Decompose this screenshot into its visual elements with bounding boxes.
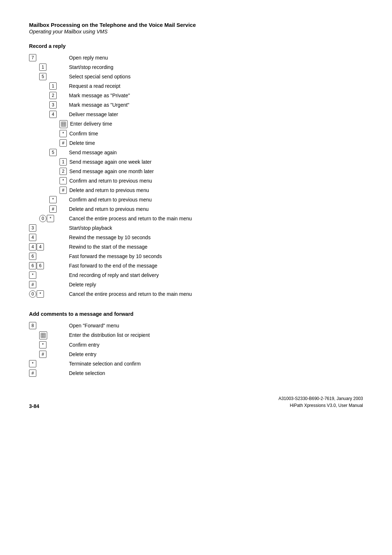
list-item: 6Fast forward the message by 10 seconds bbox=[29, 253, 363, 260]
key-square: 6 bbox=[29, 253, 36, 260]
entry-keys: 6 bbox=[29, 253, 69, 260]
list-item: 4Rewind the message by 10 seconds bbox=[29, 234, 363, 241]
entry-keys: 1 bbox=[29, 82, 69, 90]
entry-text: Request a read receipt bbox=[69, 82, 363, 90]
key-circle: 0 bbox=[29, 290, 36, 298]
svg-rect-4 bbox=[61, 122, 66, 126]
list-item: *End recording of reply and start delive… bbox=[29, 272, 363, 279]
list-item: 3Start/stop playback bbox=[29, 224, 363, 232]
entry-text: Rewind to the start of the message bbox=[69, 243, 363, 251]
key-square: * bbox=[60, 130, 67, 137]
entry-keys: # bbox=[29, 370, 69, 377]
entry-keys: * bbox=[29, 196, 69, 203]
key-square: 4 bbox=[49, 111, 57, 118]
entry-keys: 2 bbox=[29, 92, 69, 99]
entry-text: Confirm entry bbox=[69, 341, 363, 349]
entry-keys: * bbox=[29, 360, 69, 367]
key-square: 4 bbox=[37, 243, 44, 250]
entry-text: Deliver message later bbox=[69, 111, 363, 118]
key-square: 6 bbox=[29, 262, 36, 269]
entry-text: Start/stop playback bbox=[69, 224, 363, 232]
entry-text: Fast forward to the end of the message bbox=[69, 262, 363, 270]
entry-text: Cancel the entire process and return to … bbox=[69, 290, 363, 298]
entry-keys: 44 bbox=[29, 243, 69, 250]
key-square: * bbox=[29, 360, 36, 367]
key-square: # bbox=[60, 139, 67, 147]
entry-text: Terminate selection and confirm bbox=[69, 360, 363, 368]
list-item: #Delete reply bbox=[29, 281, 363, 289]
key-square: * bbox=[29, 272, 36, 279]
key-square: 2 bbox=[49, 92, 57, 99]
key-square: 1 bbox=[39, 64, 46, 71]
entry-keys: 4 bbox=[29, 111, 69, 118]
entry-text: Send message again one month later bbox=[69, 168, 363, 175]
list-item: 1Send message again one week later bbox=[29, 158, 363, 166]
entry-text: Select special send options bbox=[69, 73, 363, 81]
list-item: *Confirm and return to previous menu bbox=[29, 196, 363, 204]
key-square: 6 bbox=[37, 262, 44, 269]
list-item: #Delete entry bbox=[29, 351, 363, 358]
list-item: *Confirm entry bbox=[29, 341, 363, 349]
key-square: 2 bbox=[60, 168, 67, 175]
key-square: # bbox=[29, 370, 36, 377]
entry-text: Cancel the entire process and return to … bbox=[69, 215, 363, 223]
key-square: * bbox=[47, 215, 54, 222]
entry-text: Rewind the message by 10 seconds bbox=[69, 234, 363, 241]
sub-title: Operating your Mailbox using VMS bbox=[29, 29, 363, 34]
entry-keys: 5 bbox=[29, 73, 69, 80]
section2-entries: 8Open "Forward" menu Enter the distribut… bbox=[29, 322, 363, 377]
key-square: 8 bbox=[29, 322, 36, 329]
key-square: 5 bbox=[39, 73, 46, 80]
list-item: Enter delivery time bbox=[29, 120, 363, 128]
section-record-reply: Record a reply 7Open reply menu1Start/st… bbox=[29, 43, 363, 298]
key-grid bbox=[60, 120, 68, 128]
entry-text: Send message again bbox=[69, 149, 363, 156]
entry-text: Mark message as "Private" bbox=[69, 92, 363, 99]
key-square: # bbox=[49, 205, 57, 213]
key-square: 1 bbox=[60, 158, 67, 166]
footer-line1: A31003-S2330-B690-2-7619, January 2003 bbox=[278, 395, 363, 402]
list-item: 5Send message again bbox=[29, 149, 363, 156]
entry-keys: # bbox=[29, 351, 69, 358]
entry-keys: 1 bbox=[29, 64, 69, 71]
list-item: 0*Cancel the entire process and return t… bbox=[29, 215, 363, 223]
key-square: 3 bbox=[49, 101, 57, 109]
entry-text: Send message again one week later bbox=[69, 158, 363, 166]
entry-keys: 3 bbox=[29, 224, 69, 232]
key-square: * bbox=[60, 177, 67, 184]
entry-keys: 8 bbox=[29, 322, 69, 329]
svg-rect-9 bbox=[41, 333, 45, 338]
entry-text: Delete and return to previous menu bbox=[69, 187, 363, 194]
list-item: 8Open "Forward" menu bbox=[29, 322, 363, 330]
footer-right: A31003-S2330-B690-2-7619, January 2003 H… bbox=[278, 395, 363, 409]
key-square: # bbox=[39, 351, 46, 358]
list-item: *Confirm and return to previous menu bbox=[29, 177, 363, 185]
key-square: 5 bbox=[49, 149, 57, 156]
entry-keys: 5 bbox=[29, 149, 69, 156]
entry-text: Confirm time bbox=[69, 130, 363, 138]
entry-text: Open "Forward" menu bbox=[69, 322, 363, 330]
list-item: #Delete and return to previous menu bbox=[29, 187, 363, 194]
key-square: 1 bbox=[49, 82, 57, 90]
entry-text: End recording of reply and start deliver… bbox=[69, 272, 363, 279]
list-item: 1Request a read receipt bbox=[29, 82, 363, 90]
list-item: 5Select special send options bbox=[29, 73, 363, 81]
entry-text: Delete entry bbox=[69, 351, 363, 358]
key-grid bbox=[39, 331, 47, 339]
section-add-comments: Add comments to a message and forward 8O… bbox=[29, 311, 363, 377]
page-footer: 3-84 A31003-S2330-B690-2-7619, January 2… bbox=[29, 392, 363, 409]
entry-keys: * bbox=[29, 272, 69, 279]
section1-entries: 7Open reply menu1Start/stop recording5Se… bbox=[29, 54, 363, 298]
list-item: 3Mark message as "Urgent" bbox=[29, 101, 363, 109]
key-square: * bbox=[37, 290, 44, 298]
list-item: #Delete and return to previous menu bbox=[29, 205, 363, 213]
section-title-record-reply: Record a reply bbox=[29, 43, 363, 49]
entry-text: Start/stop recording bbox=[69, 64, 363, 71]
entry-text: Delete and return to previous menu bbox=[69, 205, 363, 213]
entry-text: Delete selection bbox=[69, 370, 363, 377]
entry-text: Confirm and return to previous menu bbox=[69, 196, 363, 204]
page-header: Mailbox Processing on the Telephone and … bbox=[29, 22, 363, 34]
list-item: *Confirm time bbox=[29, 130, 363, 138]
entry-keys: * bbox=[29, 177, 69, 184]
entry-keys bbox=[29, 331, 69, 339]
